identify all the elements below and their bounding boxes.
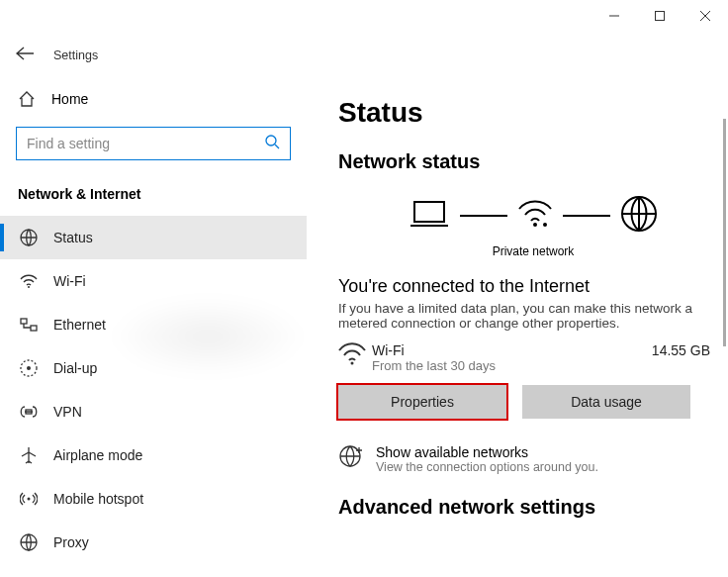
svg-line-5 [275,144,279,148]
sidebar: Home Find a setting Network & Internet S… [0,79,307,577]
sidebar-item-label: Ethernet [40,317,106,333]
svg-point-11 [27,366,31,370]
close-button[interactable] [682,0,728,32]
network-diagram [338,195,728,237]
laptop-icon [409,198,450,234]
properties-button[interactable]: Properties [338,385,506,419]
connected-desc: If you have a limited data plan, you can… [338,301,710,331]
status-icon [18,229,40,246]
scrollbar[interactable] [723,119,726,346]
vpn-icon [18,405,40,419]
show-available-title: Show available networks [376,444,598,460]
airplane-icon [18,446,40,464]
svg-point-17 [543,223,547,227]
svg-point-7 [28,286,30,288]
show-available-networks[interactable]: Show available networks View the connect… [338,444,728,474]
sidebar-item-hotspot[interactable]: Mobile hotspot [0,477,307,521]
wifi-icon [517,199,553,233]
maximize-button[interactable] [637,0,682,32]
hotspot-icon [18,490,40,508]
svg-rect-15 [414,202,444,222]
show-available-sub: View the connection options around you. [376,460,598,474]
wifi-icon [18,273,40,289]
sidebar-item-label: VPN [40,404,82,420]
sidebar-item-label: Airplane mode [40,447,142,463]
svg-point-4 [266,136,276,145]
back-button[interactable] [16,46,47,65]
advanced-settings-heading: Advanced network settings [338,496,728,519]
section-title: Network & Internet [0,176,307,216]
sidebar-item-status[interactable]: Status [0,216,307,259]
search-input[interactable]: Find a setting [16,127,291,160]
sidebar-item-ethernet[interactable]: Ethernet [0,303,307,346]
wifi-icon [338,342,372,370]
connected-title: You're connected to the Internet [338,276,728,297]
search-placeholder: Find a setting [27,136,110,151]
network-type-label: Private network [338,244,728,258]
sidebar-item-label: Proxy [40,534,89,550]
search-icon [265,135,280,152]
home-button[interactable]: Home [0,79,307,119]
content-area: Status Network status Private network Yo… [307,79,728,577]
sidebar-item-label: Dial-up [40,360,97,376]
wifi-data-usage: 14.55 GB [652,342,728,358]
network-status-heading: Network status [338,150,728,173]
globe-icon [620,195,658,237]
svg-point-16 [533,223,537,227]
minimize-button[interactable] [592,0,637,32]
sidebar-item-vpn[interactable]: VPN [0,390,307,433]
sidebar-item-airplane[interactable]: Airplane mode [0,433,307,477]
dialup-icon [18,359,40,377]
ethernet-icon [18,316,40,334]
sidebar-item-label: Wi-Fi [40,273,86,289]
sidebar-item-label: Status [40,230,93,245]
svg-rect-9 [31,326,37,331]
wifi-usage-row: Wi-Fi From the last 30 days 14.55 GB [338,342,728,373]
svg-point-19 [351,362,354,365]
sidebar-item-label: Mobile hotspot [40,491,143,507]
globe-icon [338,444,362,472]
svg-rect-8 [21,319,27,324]
sidebar-item-wifi[interactable]: Wi-Fi [0,259,307,303]
wifi-name: Wi-Fi [372,342,652,358]
home-label: Home [40,91,88,107]
svg-rect-1 [656,12,665,21]
proxy-icon [18,533,40,551]
svg-point-13 [28,498,31,501]
sidebar-item-proxy[interactable]: Proxy [0,521,307,564]
sidebar-item-dialup[interactable]: Dial-up [0,346,307,390]
wifi-period: From the last 30 days [372,358,652,373]
data-usage-button[interactable]: Data usage [522,385,690,419]
home-icon [18,90,40,108]
page-title: Status [338,97,728,129]
app-title: Settings [47,48,98,62]
